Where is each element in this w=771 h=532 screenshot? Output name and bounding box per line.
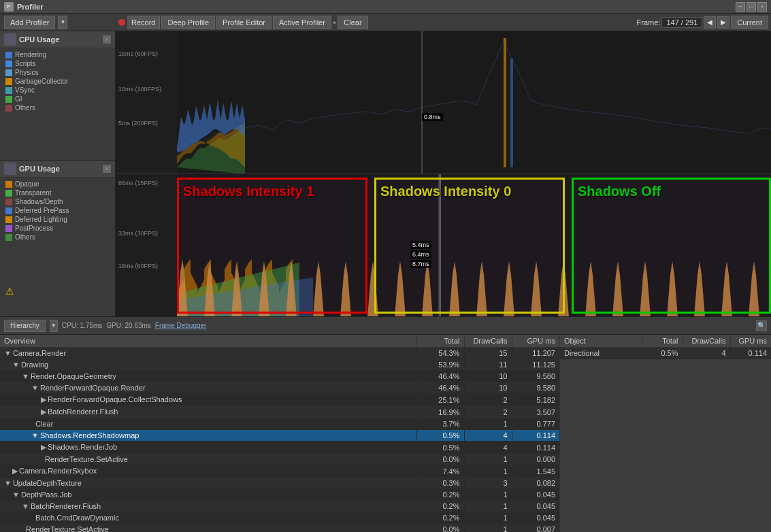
close-btn[interactable]: × bbox=[757, 2, 767, 12]
table-row[interactable]: ▼UpdateDepthTexture 0.3% 3 0.082 bbox=[0, 478, 559, 489]
deep-profile-button[interactable]: Deep Profile bbox=[161, 16, 215, 29]
hierarchy-button[interactable]: Hierarchy bbox=[4, 320, 46, 332]
cpu-legend-gi: GI bbox=[5, 95, 110, 103]
warning-icon: ⚠ bbox=[5, 286, 14, 297]
gpu-legend-deferred-lighting: Deferred Lighting bbox=[5, 216, 110, 223]
gpu-title: GPU Usage bbox=[19, 165, 60, 173]
cpu-legend-others: Others bbox=[5, 104, 110, 112]
profile-editor-button[interactable]: Profile Editor bbox=[216, 16, 272, 29]
record-button[interactable]: Record bbox=[127, 16, 160, 29]
cpu-legend-scripts: Scripts bbox=[5, 60, 110, 67]
active-profiler-button[interactable]: Active Profiler bbox=[273, 16, 331, 29]
gpu-section: GPU Usage × Opaque Transparent Shadows/D… bbox=[0, 161, 115, 316]
gpu-legend-postprocess: PostProcess bbox=[5, 225, 110, 232]
gpu-legend-transparent: Transparent bbox=[5, 189, 110, 197]
hierarchy-dropdown[interactable]: ▼ bbox=[50, 320, 58, 332]
gpu-chart[interactable]: 66ms (15FPS) 33ms (30FPS) 16ms (60FPS) bbox=[116, 174, 771, 316]
object-table: Object Total DrawCalls GPU ms Directiona… bbox=[560, 335, 771, 359]
frame-debugger-link[interactable]: Frame Debugger bbox=[155, 322, 207, 329]
bottom-status-bar: Hierarchy ▼ CPU: 1.75ms GPU: 20.63ms Fra… bbox=[0, 317, 771, 335]
col-drawcalls[interactable]: DrawCalls bbox=[464, 335, 512, 348]
cpu-time-16ms: 16ms (60FPS) bbox=[118, 50, 158, 57]
table-row[interactable]: RenderTexture.SetActive 0.0% 1 0.007 bbox=[0, 524, 559, 533]
table-row[interactable]: Batch.CmdDrawDynamic 0.2% 1 0.045 bbox=[0, 512, 559, 524]
current-button[interactable]: Current bbox=[731, 16, 768, 29]
gpu-time-33ms: 33ms (30FPS) bbox=[118, 230, 158, 237]
frame-next-btn[interactable]: ▶ bbox=[717, 16, 729, 29]
table-row[interactable]: ▼Render.OpaqueGeometry 46.4% 10 9.580 bbox=[0, 371, 559, 382]
table-row[interactable]: ▼Camera.Render 54.3% 15 11.207 bbox=[0, 348, 559, 359]
svg-rect-0 bbox=[177, 31, 771, 173]
table-row[interactable]: ▼DepthPass.Job 0.2% 1 0.045 bbox=[0, 489, 559, 501]
frame-prev-btn[interactable]: ◀ bbox=[704, 16, 716, 29]
active-profiler-indicator: ● bbox=[333, 19, 336, 26]
table-row[interactable]: Directional 0.5% 4 0.114 bbox=[560, 348, 771, 359]
frame-value: 147 / 291 bbox=[661, 17, 702, 28]
maximize-btn[interactable]: □ bbox=[747, 2, 756, 12]
object-table-container: Object Total DrawCalls GPU ms Directiona… bbox=[560, 335, 771, 532]
cpu-close-btn[interactable]: × bbox=[103, 35, 111, 44]
table-row-selected[interactable]: ▼Shadows.RenderShadowmap 0.5% 4 0.114 bbox=[0, 430, 559, 442]
table-row[interactable]: Clear 3.7% 1 0.777 bbox=[0, 418, 559, 430]
table-row[interactable]: RenderTexture.SetActive 0.0% 1 0.000 bbox=[0, 454, 559, 465]
add-profiler-dropdown[interactable]: ▼ bbox=[58, 16, 67, 29]
overview-table-container: Overview Total DrawCalls GPU ms ▼Camera.… bbox=[0, 335, 560, 532]
cpu-time-10ms: 10ms (100FPS) bbox=[118, 86, 161, 93]
cpu-legend-physics: Physics bbox=[5, 69, 110, 76]
cpu-time-5ms: 5ms (200FPS) bbox=[118, 120, 158, 127]
gpu-legend-shadows: Shadows/Depth bbox=[5, 198, 110, 205]
table-row[interactable]: ▼BatchRenderer.Flush 0.2% 1 0.045 bbox=[0, 501, 559, 512]
col-obj-total[interactable]: Total bbox=[642, 335, 683, 348]
cpu-tooltip-08ms: 0.8ms bbox=[422, 113, 443, 121]
cpu-legend-rendering: Rendering bbox=[5, 51, 110, 59]
col-gpums[interactable]: GPU ms bbox=[512, 335, 559, 348]
col-total[interactable]: Total bbox=[416, 335, 464, 348]
table-row[interactable]: ▶Shadows.RenderJob 0.5% 4 0.114 bbox=[0, 442, 559, 454]
gpu-close-btn[interactable]: × bbox=[103, 165, 111, 173]
col-overview[interactable]: Overview bbox=[0, 335, 416, 348]
svg-rect-30 bbox=[438, 174, 440, 316]
table-row[interactable]: ▶BatchRenderer.Flush 16.9% 2 3.507 bbox=[0, 406, 559, 418]
cpu-time-info: CPU: 1.75ms bbox=[62, 322, 102, 329]
table-row[interactable]: ▶RenderForwardOpaque.CollectShadows 25.1… bbox=[0, 394, 559, 406]
gpu-time-info: GPU: 20.63ms bbox=[106, 322, 151, 329]
gpu-legend-deferred-pre: Deferred PrePass bbox=[5, 207, 110, 214]
record-icon bbox=[118, 19, 125, 26]
add-profiler-button[interactable]: Add Profiler bbox=[4, 16, 55, 29]
overview-table: Overview Total DrawCalls GPU ms ▼Camera.… bbox=[0, 335, 559, 532]
search-button[interactable]: 🔍 bbox=[756, 320, 767, 331]
table-row[interactable]: ▼RenderForwardOpaque.Render 46.4% 10 9.5… bbox=[0, 382, 559, 394]
gpu-legend-opaque: Opaque bbox=[5, 180, 110, 188]
clear-button[interactable]: Clear bbox=[338, 16, 367, 29]
cpu-icon bbox=[4, 33, 16, 46]
cpu-section: CPU Usage × Rendering Scripts Physics bbox=[0, 31, 115, 161]
cpu-chart-svg bbox=[177, 31, 771, 173]
gpu-icon bbox=[4, 163, 16, 175]
col-object[interactable]: Object bbox=[560, 335, 642, 348]
gpu-chart-svg bbox=[177, 174, 771, 316]
cpu-title: CPU Usage bbox=[19, 35, 59, 44]
table-row[interactable]: ▶Camera.RenderSkybox 7.4% 1 1.545 bbox=[0, 465, 559, 478]
gpu-time-16ms: 16ms (60FPS) bbox=[118, 263, 158, 269]
gpu-time-66ms: 66ms (15FPS) bbox=[118, 180, 158, 186]
cpu-legend-gc: GarbageCollector bbox=[5, 78, 110, 85]
gpu-legend-others: Others bbox=[5, 233, 110, 241]
cpu-legend-vsync: VSync bbox=[5, 86, 110, 94]
window-title: Profiler bbox=[17, 3, 44, 11]
col-obj-gpums[interactable]: GPU ms bbox=[730, 335, 771, 348]
minimize-btn[interactable]: ─ bbox=[736, 2, 745, 12]
profiler-icon: P bbox=[4, 2, 14, 12]
table-row[interactable]: ▼Drawing 53.9% 11 11.125 bbox=[0, 359, 559, 371]
cpu-chart[interactable]: 16ms (60FPS) 10ms (100FPS) 5ms (200FPS) bbox=[116, 31, 771, 174]
frame-label: Frame: bbox=[637, 18, 661, 27]
col-obj-drawcalls[interactable]: DrawCalls bbox=[683, 335, 730, 348]
